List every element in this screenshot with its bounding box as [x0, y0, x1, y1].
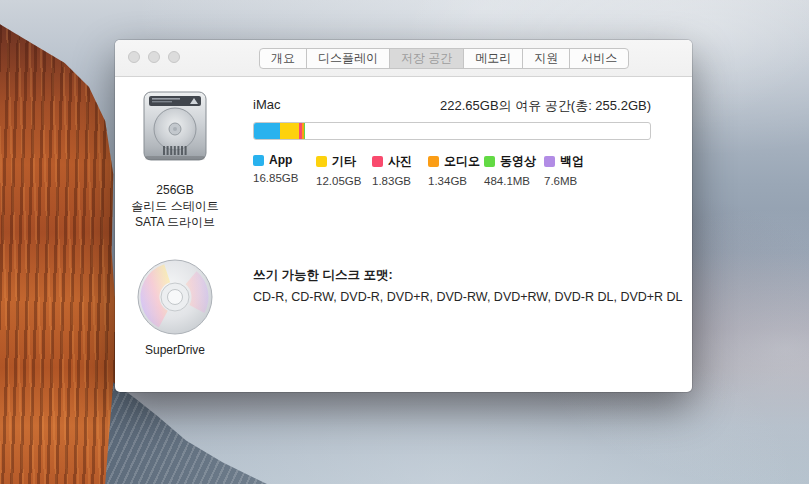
- legend-label: 동영상: [500, 153, 536, 170]
- drive-description: 256GB 솔리드 스테이트 SATA 드라이브: [121, 182, 229, 230]
- legend-label: 오디오: [444, 153, 480, 170]
- legend-item-4: 동영상484.1MB: [484, 153, 544, 187]
- zoom-button[interactable]: [168, 51, 180, 63]
- legend-label: 백업: [560, 153, 584, 170]
- storage-segment-0: [254, 123, 280, 139]
- storage-segment-1: [280, 123, 299, 139]
- superdrive-name: SuperDrive: [121, 343, 229, 357]
- superdrive-block: SuperDrive: [121, 257, 229, 357]
- legend-swatch-icon: [316, 156, 327, 167]
- writable-formats-title: 쓰기 가능한 디스크 포맷:: [253, 267, 393, 284]
- about-this-mac-window: 개요디스플레이저장 공간메모리지원서비스: [115, 40, 692, 392]
- legend-item-0: App16.85GB: [253, 153, 316, 187]
- window-toolbar: 개요디스플레이저장 공간메모리지원서비스: [115, 40, 692, 77]
- tab-5[interactable]: 서비스: [570, 49, 628, 68]
- storage-usage-bar: [253, 122, 651, 140]
- legend-label: App: [269, 153, 292, 167]
- drive-type: 솔리드 스테이트: [121, 198, 229, 214]
- legend-value: 1.34GB: [428, 175, 484, 187]
- legend-value: 484.1MB: [484, 175, 544, 187]
- close-button[interactable]: [128, 51, 140, 63]
- traffic-lights: [128, 51, 180, 63]
- legend-swatch-icon: [253, 155, 264, 166]
- legend-swatch-icon: [428, 156, 439, 167]
- free-space-text: 222.65GB의 여유 공간(총: 255.2GB): [440, 97, 651, 115]
- storage-segment-4: [304, 123, 305, 139]
- hard-drive-icon: [142, 90, 208, 164]
- tab-2[interactable]: 저장 공간: [390, 49, 464, 68]
- legend-value: 12.05GB: [316, 175, 372, 187]
- legend-item-3: 오디오1.34GB: [428, 153, 484, 187]
- legend-item-5: 백업7.6MB: [544, 153, 600, 187]
- minimize-button[interactable]: [148, 51, 160, 63]
- drive-interface: SATA 드라이브: [121, 214, 229, 230]
- superdrive-disc-icon: [135, 257, 215, 337]
- tab-0[interactable]: 개요: [260, 49, 307, 68]
- tab-bar: 개요디스플레이저장 공간메모리지원서비스: [259, 48, 629, 69]
- legend-swatch-icon: [544, 156, 555, 167]
- tab-4[interactable]: 지원: [523, 49, 570, 68]
- tab-1[interactable]: 디스플레이: [307, 49, 390, 68]
- legend-swatch-icon: [372, 156, 383, 167]
- storage-pane: 256GB 솔리드 스테이트 SATA 드라이브 iMac 222.65GB의 …: [115, 77, 692, 391]
- legend-value: 16.85GB: [253, 172, 316, 184]
- legend-label: 기타: [332, 153, 356, 170]
- device-name: iMac: [253, 97, 280, 112]
- storage-legend: App16.85GB기타12.05GB사진1.83GB오디오1.34GB동영상4…: [253, 153, 600, 187]
- desktop-background: 개요디스플레이저장 공간메모리지원서비스: [0, 0, 809, 484]
- drive-capacity: 256GB: [121, 182, 229, 198]
- legend-label: 사진: [388, 153, 412, 170]
- writable-formats-list: CD-R, CD-RW, DVD-R, DVD+R, DVD-RW, DVD+R…: [253, 290, 683, 304]
- legend-item-1: 기타12.05GB: [316, 153, 372, 187]
- legend-swatch-icon: [484, 156, 495, 167]
- internal-drive-block: 256GB 솔리드 스테이트 SATA 드라이브: [121, 90, 229, 230]
- legend-value: 1.83GB: [372, 175, 428, 187]
- tab-3[interactable]: 메모리: [464, 49, 523, 68]
- legend-value: 7.6MB: [544, 175, 600, 187]
- legend-item-2: 사진1.83GB: [372, 153, 428, 187]
